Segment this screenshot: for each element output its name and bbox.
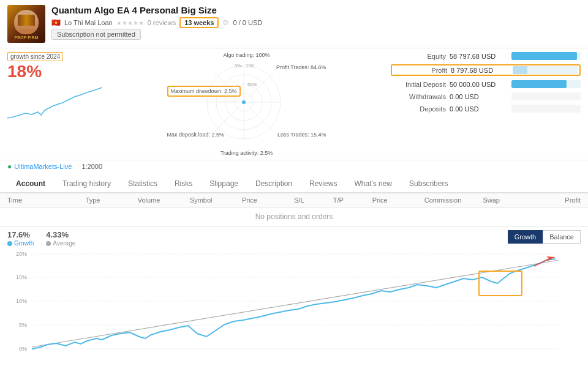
radar-panel: Algo trading: 100% Profit Trades: 84.6% … xyxy=(107,52,386,156)
th-volume: Volume xyxy=(138,196,190,204)
subscription-badge: Subscription not permitted xyxy=(51,29,141,40)
growth-button[interactable]: Growth xyxy=(508,230,543,244)
svg-text:0%-: 0%- xyxy=(235,64,243,68)
tabs-container: Account Trading history Statistics Risks… xyxy=(0,175,588,193)
mini-chart xyxy=(7,81,102,121)
deposits-row: Deposits 0.00 USD xyxy=(391,105,581,113)
th-profit: Profit xyxy=(529,196,581,204)
tab-subscribers[interactable]: Subscribers xyxy=(401,175,456,193)
svg-text:0%: 0% xyxy=(19,346,27,352)
average-legend: 4.33% Average xyxy=(46,230,75,247)
th-time: Time xyxy=(7,196,86,204)
radar-chart: 50% 100 0%- xyxy=(201,59,287,145)
th-price2: Price xyxy=(372,196,424,204)
svg-text:5%: 5% xyxy=(19,322,27,328)
chart-btn-group: Growth Balance xyxy=(508,230,581,244)
equity-label: Equity xyxy=(391,53,446,60)
flag-icon: 🇻🇳 xyxy=(51,18,61,27)
separator: ⚙ xyxy=(222,18,229,27)
usd-info: 0 / 0 USD xyxy=(233,19,262,26)
th-swap: Swap xyxy=(483,196,528,204)
equity-bar xyxy=(511,52,577,60)
tab-trading-history[interactable]: Trading history xyxy=(54,175,119,193)
svg-rect-24 xyxy=(479,271,522,296)
profit-row: Profit 8 797.68 USD xyxy=(391,64,581,76)
tab-risks[interactable]: Risks xyxy=(166,175,201,193)
initial-deposit-row: Initial Deposit 50 000.00 USD xyxy=(391,80,581,88)
tab-whats-new[interactable]: What's new xyxy=(345,175,401,193)
growth-panel: growth since 2024 18% xyxy=(7,52,102,123)
stats-panel: Equity 58 797.68 USD Profit 8 797.68 USD… xyxy=(391,52,581,113)
th-commission: Commission xyxy=(424,196,483,204)
tab-description[interactable]: Description xyxy=(247,175,301,193)
header-info: Quantum Algo EA 4 Personal Big Size 🇻🇳 L… xyxy=(51,5,581,39)
initial-label: Initial Deposit xyxy=(391,81,446,88)
algo-trading-label: Algo trading: 100% xyxy=(223,52,270,58)
withdrawals-label: Withdrawals xyxy=(391,93,446,100)
withdrawals-value: 0.00 USD xyxy=(450,93,508,100)
tab-account[interactable]: Account xyxy=(7,175,54,193)
th-price1: Price xyxy=(242,196,294,204)
green-dot-icon: ● xyxy=(7,162,12,171)
weeks-badge: 13 weeks xyxy=(179,17,219,28)
no-data-message: No positions and orders xyxy=(0,207,588,226)
table-header: Time Type Volume Symbol Price S/L T/P Pr… xyxy=(0,193,588,207)
avatar-text: PROP FIRM xyxy=(15,35,39,40)
growth-legend: 17.6% Growth xyxy=(7,230,34,247)
growth-value: 18% xyxy=(7,62,102,81)
main-chart-svg: 20% 15% 10% 5% 0% xyxy=(7,248,571,366)
th-type: Type xyxy=(86,196,138,204)
growth-label: growth since 2024 xyxy=(7,52,63,61)
main-stats-area: growth since 2024 18% Algo trading: 100%… xyxy=(0,48,588,160)
initial-bar-container xyxy=(511,80,581,88)
tab-slippage[interactable]: Slippage xyxy=(201,175,247,193)
profit-bar xyxy=(513,66,527,74)
svg-text:100: 100 xyxy=(246,63,254,69)
equity-value: 58 797.68 USD xyxy=(450,53,508,60)
average-dot-icon xyxy=(46,241,51,246)
tab-statistics[interactable]: Statistics xyxy=(119,175,166,193)
page-title: Quantum Algo EA 4 Personal Big Size xyxy=(51,5,581,15)
tab-reviews[interactable]: Reviews xyxy=(301,175,345,193)
svg-text:15%: 15% xyxy=(16,274,27,280)
balance-button[interactable]: Balance xyxy=(543,230,581,244)
growth-dot-icon xyxy=(7,241,12,246)
growth-legend-label: Growth xyxy=(14,240,34,247)
th-symbol: Symbol xyxy=(190,196,242,204)
svg-text:20%: 20% xyxy=(16,251,27,257)
average-legend-label: Average xyxy=(53,240,75,247)
broker-live-link[interactable]: UltimaMarkets-Live xyxy=(14,163,72,170)
svg-point-9 xyxy=(242,100,246,104)
chart-section: 17.6% Growth 4.33% Average Growth Balanc… xyxy=(0,226,588,366)
profit-bar-container xyxy=(513,66,578,74)
withdrawals-row: Withdrawals 0.00 USD xyxy=(391,92,581,100)
equity-row: Equity 58 797.68 USD xyxy=(391,52,581,60)
profit-label: Profit xyxy=(393,67,447,74)
avatar: PROP FIRM xyxy=(7,5,45,43)
leverage-info: 1:2000 xyxy=(81,163,102,170)
initial-value: 50 000.00 USD xyxy=(450,81,508,88)
svg-text:50%: 50% xyxy=(247,82,257,88)
growth-percent-value: 17.6% xyxy=(7,230,34,239)
th-tp: T/P xyxy=(333,196,372,204)
withdrawals-bar-container xyxy=(511,92,581,100)
th-sl: S/L xyxy=(294,196,333,204)
star-rating: ★★★★★ xyxy=(116,20,144,26)
equity-bar-container xyxy=(511,52,581,60)
broker-name: Lo Thi Mai Loan xyxy=(64,19,113,26)
review-count: 0 reviews xyxy=(148,19,176,26)
deposits-value: 0.00 USD xyxy=(450,105,508,113)
footer-info: ● UltimaMarkets-Live 1:2000 xyxy=(0,160,588,173)
deposits-label: Deposits xyxy=(391,105,446,113)
svg-text:10%: 10% xyxy=(16,298,27,304)
trading-activity-label: Trading activity: 2.5% xyxy=(221,150,273,156)
initial-bar xyxy=(511,80,567,88)
deposits-bar-container xyxy=(511,105,581,113)
main-chart-container: 20% 15% 10% 5% 0% 0102030405060708090100… xyxy=(7,248,581,366)
header: PROP FIRM Quantum Algo EA 4 Personal Big… xyxy=(0,0,588,48)
average-value: 4.33% xyxy=(46,230,75,239)
profit-value: 8 797.68 USD xyxy=(451,67,509,74)
